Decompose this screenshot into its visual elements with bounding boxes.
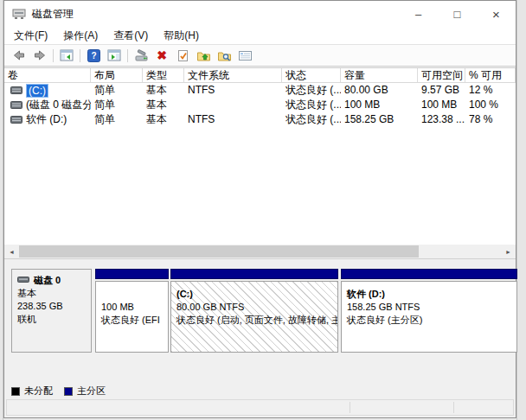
partition-status: 状态良好 (启动, 页面文件, 故障转储, 主 — [176, 314, 332, 327]
legend-primary-swatch — [64, 387, 73, 396]
cell-free: 9.57 GB — [418, 83, 465, 98]
menu-bar: 文件(F) 操作(A) 查看(V) 帮助(H) — [4, 27, 516, 45]
minimize-button[interactable]: – — [399, 1, 438, 27]
partition-size: 80.00 GB NTFS — [176, 301, 332, 314]
folder-search-icon[interactable] — [214, 47, 234, 65]
disk-management-window: 磁盘管理 – □ × 文件(F) 操作(A) 查看(V) 帮助(H) — [3, 0, 516, 418]
cell-free: 123.38 ... — [418, 112, 465, 127]
partition-efi[interactable]: 100 MB 状态良好 (EFI — [95, 269, 169, 353]
partition-name: (C:) — [176, 288, 332, 301]
partition-c[interactable]: (C:) 80.00 GB NTFS 状态良好 (启动, 页面文件, 故障转储,… — [170, 269, 338, 353]
window-title: 磁盘管理 — [32, 7, 74, 22]
volume-list: 卷 布局 类型 文件系统 状态 容量 可用空间 % 可用 (C:) 简单 基本 … — [4, 67, 516, 259]
folder-up-icon[interactable] — [193, 47, 214, 65]
cell-fs: NTFS — [184, 83, 282, 98]
forward-icon[interactable] — [29, 47, 50, 65]
properties-icon[interactable] — [234, 47, 255, 65]
toolbar-separator — [127, 49, 128, 62]
status-bar — [6, 399, 514, 416]
cell-status: 状态良好 (... — [282, 112, 341, 127]
partition-name — [101, 288, 163, 301]
disk-management-app-icon — [12, 9, 26, 20]
table-row[interactable]: 软件 (D:) 简单 基本 NTFS 状态良好 (... 158.25 GB 1… — [4, 112, 516, 127]
disk-drive-icon — [17, 274, 29, 287]
toolbar-separator — [53, 49, 54, 62]
cell-pct: 12 % — [465, 83, 516, 98]
partition-color-band — [95, 269, 169, 279]
partition-d[interactable]: 软件 (D:) 158.25 GB NTFS 状态良好 (主分区) — [341, 269, 517, 353]
cell-type: 基本 — [143, 112, 184, 127]
toolbar-separator — [80, 49, 80, 62]
disk-graphical-pane: 磁盘 0 基本 238.35 GB 联机 100 MB 状态良好 (EFI (C… — [4, 259, 516, 384]
partition-size: 158.25 GB NTFS — [347, 301, 511, 314]
disk-0-header[interactable]: 磁盘 0 基本 238.35 GB 联机 — [11, 269, 92, 353]
close-button[interactable]: × — [477, 1, 516, 27]
table-row[interactable]: (C:) 简单 基本 NTFS 状态良好 (... 80.00 GB 9.57 … — [4, 83, 516, 98]
delete-volume-icon[interactable]: ✖ — [151, 47, 172, 65]
help-icon[interactable]: ? — [83, 47, 104, 65]
volume-name-selected[interactable]: (C:) — [26, 84, 48, 98]
column-header-volume[interactable]: 卷 — [4, 68, 91, 83]
legend-primary-label: 主分区 — [77, 385, 106, 398]
title-bar: 磁盘管理 – □ × — [4, 1, 516, 27]
scroll-left-icon[interactable]: ◄ — [4, 245, 19, 258]
volume-name[interactable]: 软件 (D:) — [26, 112, 67, 127]
disk-size: 238.35 GB — [17, 300, 86, 313]
window-controls: – □ × — [399, 1, 516, 27]
cell-layout: 简单 — [91, 112, 143, 127]
cell-pct: 100 % — [465, 98, 516, 112]
disk-status: 联机 — [17, 313, 86, 326]
cell-status: 状态良好 (... — [282, 98, 341, 112]
volume-name[interactable]: (磁盘 0 磁盘分区 1) — [26, 98, 91, 112]
cell-layout: 简单 — [91, 83, 143, 98]
cell-layout: 简单 — [91, 98, 143, 112]
column-header-layout[interactable]: 布局 — [91, 68, 143, 83]
legend-unallocated-swatch — [11, 387, 20, 396]
column-header-type[interactable]: 类型 — [143, 68, 184, 83]
partition-status: 状态良好 (主分区) — [347, 314, 511, 327]
column-header-free[interactable]: 可用空间 — [418, 68, 465, 83]
menu-help[interactable]: 帮助(H) — [156, 29, 207, 43]
volume-drive-icon — [10, 115, 22, 124]
horizontal-scrollbar[interactable]: ◄ ► — [4, 245, 516, 258]
column-header-filesystem[interactable]: 文件系统 — [184, 68, 282, 83]
volume-drive-icon — [10, 100, 22, 110]
disk-name: 磁盘 0 — [34, 274, 61, 287]
menu-action[interactable]: 操作(A) — [55, 29, 106, 43]
table-row[interactable]: (磁盘 0 磁盘分区 1) 简单 基本 状态良好 (... 100 MB 100… — [4, 98, 516, 112]
scrollbar-thumb[interactable] — [19, 245, 419, 258]
check-document-icon[interactable] — [172, 47, 193, 65]
cell-capacity: 80.00 GB — [341, 83, 418, 98]
cell-pct: 78 % — [465, 112, 516, 127]
cell-type: 基本 — [143, 83, 184, 98]
volume-table-header: 卷 布局 类型 文件系统 状态 容量 可用空间 % 可用 — [4, 68, 516, 83]
menu-view[interactable]: 查看(V) — [106, 29, 156, 43]
column-header-status[interactable]: 状态 — [282, 68, 341, 83]
statusbar-divider — [453, 402, 454, 413]
scroll-right-icon[interactable]: ► — [501, 245, 516, 258]
column-header-pct-free[interactable]: % 可用 — [465, 68, 516, 83]
background-window-sliver-right — [516, 0, 526, 420]
cell-status: 状态良好 (... — [282, 83, 341, 98]
back-icon[interactable] — [9, 47, 29, 65]
maximize-button[interactable]: □ — [438, 1, 477, 27]
disk-type: 基本 — [17, 287, 86, 300]
partition-color-band — [341, 269, 517, 279]
desktop-background: { "window": { "title": "磁盘管理", "controls… — [0, 0, 526, 420]
partition-color-band — [170, 269, 338, 279]
cell-free: 100 MB — [418, 98, 465, 112]
partition-status: 状态良好 (EFI — [101, 314, 163, 327]
console-tree-icon[interactable] — [56, 47, 77, 65]
svg-text:?: ? — [91, 51, 96, 60]
cell-fs: NTFS — [184, 112, 282, 127]
cell-capacity: 100 MB — [341, 98, 418, 112]
cell-type: 基本 — [143, 98, 184, 112]
column-header-capacity[interactable]: 容量 — [341, 68, 418, 83]
toolbar: ? ✖ — [4, 45, 516, 67]
menu-file[interactable]: 文件(F) — [6, 29, 55, 43]
action-pane-icon[interactable] — [104, 47, 125, 65]
inspect-drive-icon[interactable] — [131, 47, 151, 65]
cell-capacity: 158.25 GB — [341, 112, 418, 127]
statusbar-divider — [350, 402, 350, 413]
partition-size: 100 MB — [101, 301, 163, 314]
